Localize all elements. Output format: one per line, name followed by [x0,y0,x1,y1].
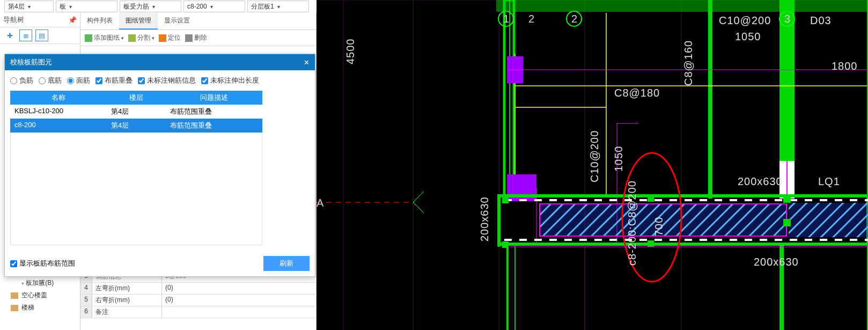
floor-dropdown[interactable]: 第4层▾ [4,1,54,12]
cad-label: 700 [653,217,665,236]
sub-dropdown[interactable]: 板受力筋▾ [120,1,181,12]
tab-drawings[interactable]: 图纸管理 [119,13,158,30]
tab-display[interactable]: 显示设置 [158,13,196,30]
spec-dropdown[interactable]: c8-200▾ [183,1,245,12]
nav-tree-title: 导航树 [3,15,24,25]
svg-line-42 [413,192,424,202]
header-name: 名称 [10,91,107,105]
dialog-options: 负筋 底筋 面筋 布筋重叠 未标注钢筋信息 未标注伸出长度 [10,76,310,85]
prop-row[interactable]: 5右弯折(mm)(0) [80,295,317,306]
tab-components[interactable]: 构件列表 [80,13,119,30]
drawing-toolbar: 添加图纸▾ 分割▾ 定位 删除 [80,30,316,46]
bubble-3: 3 [784,13,790,25]
dialog-title: 校核板筋图元 [10,57,52,67]
svg-rect-34 [502,197,509,203]
cad-label: 1050 [613,146,624,172]
add-node-button[interactable]: ✚ [3,30,16,41]
prop-row[interactable]: 4左弯折(mm)(0) [80,283,317,295]
split-button[interactable]: 分割▾ [128,33,155,42]
cad-label: c8-200:C8@200 [626,180,638,266]
bubble-2: 2 [571,13,577,25]
thumb-view-button[interactable]: ▤ [35,30,48,41]
table-row[interactable]: KBSLJ-c10-200 第4层 布筋范围重叠 [10,105,262,119]
header-floor: 楼层 [107,91,166,105]
cad-label: 200x630 [738,175,783,187]
table-row[interactable]: c8-200 第4层 布筋范围重叠 [10,119,262,133]
cad-label: C10@200 [589,130,600,182]
check-overlap[interactable]: 布筋重叠 [95,76,133,85]
radio-bottom[interactable]: 底筋 [39,76,62,85]
property-grid: 3钢筋信息⌀@200 4左弯折(mm)(0) 5右弯折(mm)(0) 6备注 [80,271,317,318]
radio-face[interactable]: 面筋 [67,76,90,85]
layer-dropdown[interactable]: 分层板1▾ [247,1,309,12]
cad-label: 4500 [344,39,356,65]
cad-label: 1800 [832,60,858,72]
radio-neg[interactable]: 负筋 [10,76,33,85]
cad-label: D03 [810,14,832,26]
svg-rect-38 [783,195,791,203]
cad-label: C8@180 [614,87,660,99]
bubble-A: A [317,197,324,209]
tree-item[interactable]: ▪板加腋(B) [0,277,80,289]
add-drawing-button[interactable]: 添加图纸▾ [85,33,124,42]
refresh-button[interactable]: 刷新 [263,256,310,271]
list-view-button[interactable]: ≣ [19,30,32,41]
check-no-rebar[interactable]: 未标注钢筋信息 [138,76,196,85]
cad-label: C8@160 [682,40,694,86]
svg-rect-53 [496,0,868,12]
show-rebar-range-check[interactable]: 显示板筋布筋范围 [10,259,75,268]
svg-text:2: 2 [528,13,534,25]
svg-rect-10 [708,0,712,199]
issue-table: 名称 楼层 问题描述 KBSLJ-c10-200 第4层 布筋范围重叠 c8-2… [10,91,262,245]
verify-rebar-dialog: 校核板筋图元 ✕ 负筋 底筋 面筋 布筋重叠 未标注钢筋信息 未标注伸出长度 名… [4,54,315,277]
tree-item[interactable]: 空心楼盖 [0,289,80,302]
header-issue: 问题描述 [166,91,262,105]
cad-canvas[interactable]: 1 2 3 A 2 4500 C10@200 1050 D03 1800 C8@… [317,0,868,330]
prop-row[interactable]: 6备注 [80,306,317,318]
cad-label: 200x630 [754,256,799,268]
svg-line-43 [413,202,424,213]
cad-label: C10@200 [719,14,771,26]
svg-rect-37 [648,240,654,247]
cad-label: LQ1 [818,175,840,187]
tab-bar: 构件列表 图纸管理 显示设置 [80,13,316,30]
bubble-1: 1 [503,13,509,25]
close-icon[interactable]: ✕ [304,58,310,67]
top-dropdown-bar: 第4层▾ 板▾ 板受力筋▾ c8-200▾ 分层板1▾ [0,0,309,13]
component-dropdown[interactable]: 板▾ [56,1,117,12]
svg-rect-33 [789,203,868,237]
cad-label: 200x630 [479,196,490,241]
delete-button[interactable]: 删除 [185,33,207,42]
svg-rect-39 [783,219,791,226]
cad-label: 1050 [735,31,761,42]
pin-icon[interactable]: 📌 [68,16,77,24]
locate-button[interactable]: 定位 [159,33,181,42]
svg-rect-36 [648,195,654,202]
tree-item[interactable]: 楼梯 [0,302,80,314]
check-no-ext[interactable]: 未标注伸出长度 [201,76,259,85]
